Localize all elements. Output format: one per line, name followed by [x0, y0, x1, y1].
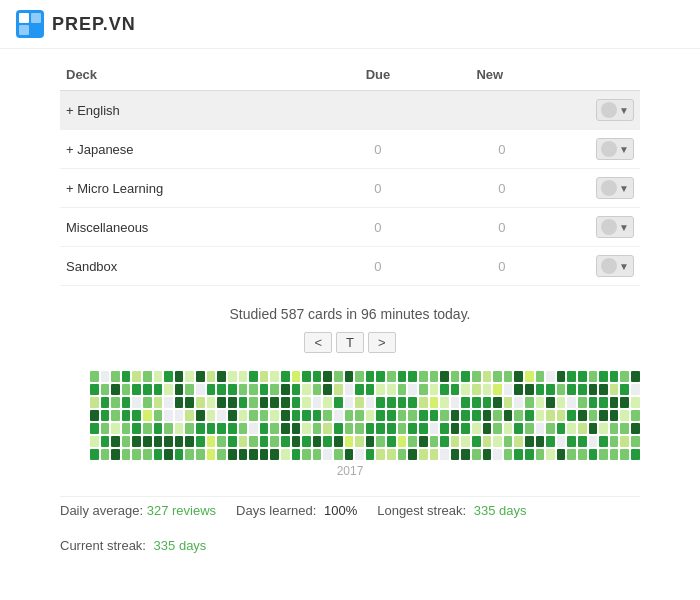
heatmap-cell[interactable] — [451, 423, 460, 434]
heatmap-cell[interactable] — [440, 410, 449, 421]
heatmap-cell[interactable] — [185, 410, 194, 421]
heatmap-cell[interactable] — [323, 384, 332, 395]
heatmap-cell[interactable] — [557, 371, 566, 382]
heatmap-cell[interactable] — [270, 384, 279, 395]
heatmap-cell[interactable] — [408, 410, 417, 421]
heatmap-cell[interactable] — [185, 384, 194, 395]
heatmap-cell[interactable] — [419, 423, 428, 434]
heatmap-cell[interactable] — [366, 371, 375, 382]
heatmap-cell[interactable] — [313, 423, 322, 434]
heatmap-cell[interactable] — [228, 449, 237, 460]
heatmap-cell[interactable] — [207, 436, 216, 447]
heatmap-cell[interactable] — [355, 436, 364, 447]
heatmap-cell[interactable] — [578, 410, 587, 421]
heatmap-cell[interactable] — [610, 397, 619, 408]
heatmap-cell[interactable] — [557, 436, 566, 447]
heatmap-cell[interactable] — [302, 449, 311, 460]
heatmap-cell[interactable] — [143, 410, 152, 421]
heatmap-cell[interactable] — [185, 423, 194, 434]
heatmap-cell[interactable] — [132, 371, 141, 382]
heatmap-cell[interactable] — [270, 436, 279, 447]
heatmap-cell[interactable] — [483, 449, 492, 460]
heatmap-cell[interactable] — [175, 449, 184, 460]
heatmap-cell[interactable] — [589, 449, 598, 460]
heatmap-cell[interactable] — [483, 410, 492, 421]
heatmap-cell[interactable] — [228, 384, 237, 395]
heatmap-cell[interactable] — [175, 397, 184, 408]
heatmap-cell[interactable] — [610, 449, 619, 460]
heatmap-cell[interactable] — [408, 449, 417, 460]
heatmap-cell[interactable] — [217, 384, 226, 395]
heatmap-cell[interactable] — [599, 371, 608, 382]
heatmap-cell[interactable] — [292, 449, 301, 460]
heatmap-cell[interactable] — [132, 436, 141, 447]
heatmap-cell[interactable] — [154, 423, 163, 434]
heatmap-cell[interactable] — [376, 371, 385, 382]
heatmap-cell[interactable] — [334, 371, 343, 382]
heatmap-cell[interactable] — [430, 371, 439, 382]
heatmap-cell[interactable] — [281, 410, 290, 421]
nav-today-button[interactable]: T — [336, 332, 364, 353]
heatmap-cell[interactable] — [589, 371, 598, 382]
heatmap-cell[interactable] — [154, 397, 163, 408]
heatmap-cell[interactable] — [239, 397, 248, 408]
heatmap-cell[interactable] — [239, 449, 248, 460]
heatmap-cell[interactable] — [355, 397, 364, 408]
heatmap-cell[interactable] — [493, 423, 502, 434]
heatmap-cell[interactable] — [589, 384, 598, 395]
heatmap-cell[interactable] — [461, 371, 470, 382]
heatmap-cell[interactable] — [525, 371, 534, 382]
heatmap-cell[interactable] — [217, 436, 226, 447]
heatmap-cell[interactable] — [610, 423, 619, 434]
heatmap-cell[interactable] — [493, 371, 502, 382]
heatmap-cell[interactable] — [430, 397, 439, 408]
heatmap-cell[interactable] — [557, 397, 566, 408]
heatmap-cell[interactable] — [239, 423, 248, 434]
heatmap-cell[interactable] — [323, 371, 332, 382]
heatmap-cell[interactable] — [483, 436, 492, 447]
heatmap-cell[interactable] — [270, 449, 279, 460]
heatmap-cell[interactable] — [101, 449, 110, 460]
heatmap-cell[interactable] — [610, 371, 619, 382]
heatmap-cell[interactable] — [557, 449, 566, 460]
heatmap-cell[interactable] — [578, 449, 587, 460]
heatmap-cell[interactable] — [111, 449, 120, 460]
heatmap-cell[interactable] — [536, 371, 545, 382]
heatmap-cell[interactable] — [620, 397, 629, 408]
heatmap-cell[interactable] — [334, 384, 343, 395]
heatmap-cell[interactable] — [525, 384, 534, 395]
heatmap-cell[interactable] — [451, 436, 460, 447]
heatmap-cell[interactable] — [90, 449, 99, 460]
heatmap-cell[interactable] — [408, 436, 417, 447]
heatmap-cell[interactable] — [260, 423, 269, 434]
heatmap-cell[interactable] — [567, 449, 576, 460]
heatmap-cell[interactable] — [578, 436, 587, 447]
heatmap-cell[interactable] — [313, 449, 322, 460]
heatmap-cell[interactable] — [419, 371, 428, 382]
heatmap-cell[interactable] — [355, 423, 364, 434]
heatmap-cell[interactable] — [185, 397, 194, 408]
heatmap-cell[interactable] — [111, 436, 120, 447]
heatmap-cell[interactable] — [536, 436, 545, 447]
heatmap-cell[interactable] — [461, 449, 470, 460]
heatmap-cell[interactable] — [376, 449, 385, 460]
heatmap-cell[interactable] — [620, 410, 629, 421]
heatmap-cell[interactable] — [249, 397, 258, 408]
heatmap-cell[interactable] — [334, 436, 343, 447]
heatmap-cell[interactable] — [398, 449, 407, 460]
heatmap-cell[interactable] — [207, 384, 216, 395]
heatmap-cell[interactable] — [567, 384, 576, 395]
heatmap-cell[interactable] — [292, 371, 301, 382]
heatmap-cell[interactable] — [451, 449, 460, 460]
heatmap-cell[interactable] — [610, 384, 619, 395]
heatmap-cell[interactable] — [292, 397, 301, 408]
heatmap-cell[interactable] — [249, 449, 258, 460]
heatmap-cell[interactable] — [419, 449, 428, 460]
heatmap-cell[interactable] — [483, 371, 492, 382]
heatmap-cell[interactable] — [451, 371, 460, 382]
heatmap-cell[interactable] — [175, 436, 184, 447]
heatmap-cell[interactable] — [207, 410, 216, 421]
heatmap-cell[interactable] — [313, 371, 322, 382]
heatmap-cell[interactable] — [345, 397, 354, 408]
heatmap-cell[interactable] — [302, 371, 311, 382]
